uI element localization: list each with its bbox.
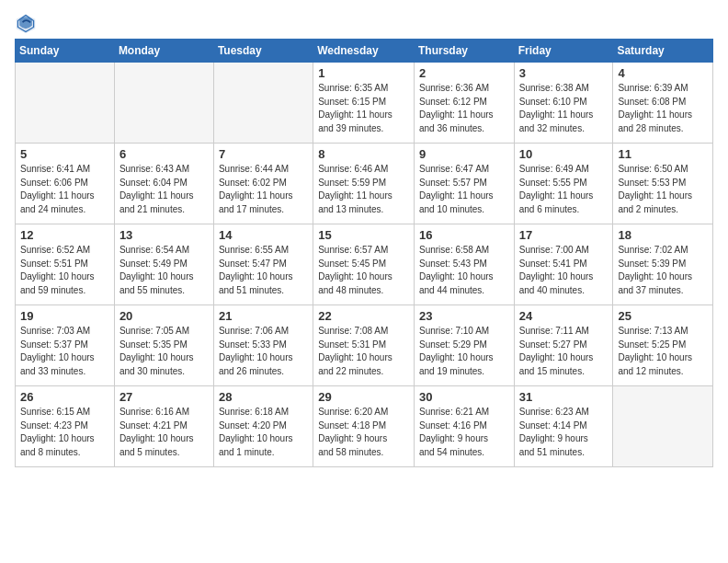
day-info: Sunrise: 6:58 AM Sunset: 5:43 PM Dayligh… (419, 244, 509, 297)
logo-icon (15, 13, 37, 35)
day-info: Sunrise: 6:23 AM Sunset: 4:14 PM Dayligh… (519, 406, 609, 459)
day-info: Sunrise: 6:38 AM Sunset: 6:10 PM Dayligh… (519, 82, 609, 135)
day-number: 28 (219, 390, 308, 404)
day-number: 5 (20, 147, 109, 161)
calendar-cell: 26Sunrise: 6:15 AM Sunset: 4:23 PM Dayli… (16, 386, 115, 467)
calendar-cell: 10Sunrise: 6:49 AM Sunset: 5:55 PM Dayli… (514, 144, 613, 224)
calendar-cell: 17Sunrise: 7:00 AM Sunset: 5:41 PM Dayli… (514, 224, 613, 305)
weekday-header-tuesday: Tuesday (213, 40, 313, 63)
day-info: Sunrise: 6:35 AM Sunset: 6:15 PM Dayligh… (318, 82, 409, 135)
calendar-cell: 31Sunrise: 6:23 AM Sunset: 4:14 PM Dayli… (514, 386, 613, 467)
calendar-cell: 4Sunrise: 6:39 AM Sunset: 6:08 PM Daylig… (613, 63, 713, 144)
day-number: 27 (119, 390, 209, 404)
calendar-cell: 19Sunrise: 7:03 AM Sunset: 5:37 PM Dayli… (16, 305, 115, 386)
calendar-cell: 13Sunrise: 6:54 AM Sunset: 5:49 PM Dayli… (114, 224, 213, 305)
week-row-3: 19Sunrise: 7:03 AM Sunset: 5:37 PM Dayli… (16, 305, 713, 386)
day-number: 14 (219, 228, 308, 242)
calendar-cell: 21Sunrise: 7:06 AM Sunset: 5:33 PM Dayli… (213, 305, 313, 386)
day-number: 22 (318, 309, 409, 323)
day-info: Sunrise: 6:46 AM Sunset: 5:59 PM Dayligh… (318, 163, 409, 216)
calendar-cell (114, 63, 213, 144)
weekday-header-friday: Friday (514, 40, 613, 63)
day-info: Sunrise: 6:20 AM Sunset: 4:18 PM Dayligh… (318, 406, 409, 459)
calendar-cell: 2Sunrise: 6:36 AM Sunset: 6:12 PM Daylig… (414, 63, 514, 144)
day-number: 7 (219, 147, 308, 161)
calendar-cell (213, 63, 313, 144)
calendar-cell: 28Sunrise: 6:18 AM Sunset: 4:20 PM Dayli… (213, 386, 313, 467)
calendar-cell: 12Sunrise: 6:52 AM Sunset: 5:51 PM Dayli… (16, 224, 115, 305)
calendar-cell: 22Sunrise: 7:08 AM Sunset: 5:31 PM Dayli… (313, 305, 415, 386)
day-info: Sunrise: 6:47 AM Sunset: 5:57 PM Dayligh… (419, 163, 509, 216)
day-number: 8 (318, 147, 409, 161)
calendar-cell: 3Sunrise: 6:38 AM Sunset: 6:10 PM Daylig… (514, 63, 613, 144)
day-info: Sunrise: 7:02 AM Sunset: 5:39 PM Dayligh… (618, 244, 708, 297)
week-row-0: 1Sunrise: 6:35 AM Sunset: 6:15 PM Daylig… (16, 63, 713, 144)
week-row-2: 12Sunrise: 6:52 AM Sunset: 5:51 PM Dayli… (16, 224, 713, 305)
day-info: Sunrise: 6:36 AM Sunset: 6:12 PM Dayligh… (419, 82, 509, 135)
day-number: 4 (618, 66, 708, 80)
day-info: Sunrise: 6:55 AM Sunset: 5:47 PM Dayligh… (219, 244, 308, 297)
day-info: Sunrise: 6:50 AM Sunset: 5:53 PM Dayligh… (618, 163, 708, 216)
day-info: Sunrise: 6:16 AM Sunset: 4:21 PM Dayligh… (119, 406, 209, 459)
day-info: Sunrise: 6:41 AM Sunset: 6:06 PM Dayligh… (20, 163, 109, 216)
day-info: Sunrise: 6:15 AM Sunset: 4:23 PM Dayligh… (20, 406, 109, 459)
day-number: 3 (519, 66, 609, 80)
day-number: 29 (318, 390, 409, 404)
day-number: 2 (419, 66, 509, 80)
day-number: 31 (519, 390, 609, 404)
weekday-header-thursday: Thursday (414, 40, 514, 63)
day-number: 12 (20, 228, 109, 242)
day-info: Sunrise: 7:10 AM Sunset: 5:29 PM Dayligh… (419, 325, 509, 378)
calendar-cell: 24Sunrise: 7:11 AM Sunset: 5:27 PM Dayli… (514, 305, 613, 386)
weekday-header-sunday: Sunday (16, 40, 115, 63)
calendar-cell: 9Sunrise: 6:47 AM Sunset: 5:57 PM Daylig… (414, 144, 514, 224)
calendar-cell: 6Sunrise: 6:43 AM Sunset: 6:04 PM Daylig… (114, 144, 213, 224)
calendar-cell: 14Sunrise: 6:55 AM Sunset: 5:47 PM Dayli… (213, 224, 313, 305)
day-number: 11 (618, 147, 708, 161)
calendar-cell: 18Sunrise: 7:02 AM Sunset: 5:39 PM Dayli… (613, 224, 713, 305)
logo (15, 13, 39, 35)
day-info: Sunrise: 7:13 AM Sunset: 5:25 PM Dayligh… (618, 325, 708, 378)
weekday-header-wednesday: Wednesday (313, 40, 415, 63)
day-info: Sunrise: 7:06 AM Sunset: 5:33 PM Dayligh… (219, 325, 308, 378)
weekday-header-monday: Monday (114, 40, 213, 63)
day-number: 16 (419, 228, 509, 242)
day-number: 30 (419, 390, 509, 404)
header (15, 9, 713, 35)
day-info: Sunrise: 7:00 AM Sunset: 5:41 PM Dayligh… (519, 244, 609, 297)
day-info: Sunrise: 6:21 AM Sunset: 4:16 PM Dayligh… (419, 406, 509, 459)
day-number: 10 (519, 147, 609, 161)
day-number: 19 (20, 309, 109, 323)
week-row-1: 5Sunrise: 6:41 AM Sunset: 6:06 PM Daylig… (16, 144, 713, 224)
calendar-cell: 15Sunrise: 6:57 AM Sunset: 5:45 PM Dayli… (313, 224, 415, 305)
calendar-cell: 16Sunrise: 6:58 AM Sunset: 5:43 PM Dayli… (414, 224, 514, 305)
day-number: 1 (318, 66, 409, 80)
weekday-header-saturday: Saturday (613, 40, 713, 63)
day-info: Sunrise: 6:54 AM Sunset: 5:49 PM Dayligh… (119, 244, 209, 297)
day-number: 20 (119, 309, 209, 323)
day-number: 23 (419, 309, 509, 323)
calendar-cell: 29Sunrise: 6:20 AM Sunset: 4:18 PM Dayli… (313, 386, 415, 467)
weekday-header-row: SundayMondayTuesdayWednesdayThursdayFrid… (16, 40, 713, 63)
day-number: 18 (618, 228, 708, 242)
day-number: 26 (20, 390, 109, 404)
day-info: Sunrise: 7:03 AM Sunset: 5:37 PM Dayligh… (20, 325, 109, 378)
week-row-4: 26Sunrise: 6:15 AM Sunset: 4:23 PM Dayli… (16, 386, 713, 467)
calendar-table: SundayMondayTuesdayWednesdayThursdayFrid… (15, 39, 713, 467)
calendar-cell: 7Sunrise: 6:44 AM Sunset: 6:02 PM Daylig… (213, 144, 313, 224)
day-info: Sunrise: 7:11 AM Sunset: 5:27 PM Dayligh… (519, 325, 609, 378)
calendar-cell: 30Sunrise: 6:21 AM Sunset: 4:16 PM Dayli… (414, 386, 514, 467)
calendar-cell (613, 386, 713, 467)
day-number: 15 (318, 228, 409, 242)
day-info: Sunrise: 6:39 AM Sunset: 6:08 PM Dayligh… (618, 82, 708, 135)
calendar-cell: 27Sunrise: 6:16 AM Sunset: 4:21 PM Dayli… (114, 386, 213, 467)
day-info: Sunrise: 6:49 AM Sunset: 5:55 PM Dayligh… (519, 163, 609, 216)
calendar-cell: 1Sunrise: 6:35 AM Sunset: 6:15 PM Daylig… (313, 63, 415, 144)
day-number: 17 (519, 228, 609, 242)
day-number: 21 (219, 309, 308, 323)
day-number: 24 (519, 309, 609, 323)
calendar-cell: 23Sunrise: 7:10 AM Sunset: 5:29 PM Dayli… (414, 305, 514, 386)
day-number: 13 (119, 228, 209, 242)
calendar-page: SundayMondayTuesdayWednesdayThursdayFrid… (0, 0, 728, 477)
calendar-cell: 11Sunrise: 6:50 AM Sunset: 5:53 PM Dayli… (613, 144, 713, 224)
